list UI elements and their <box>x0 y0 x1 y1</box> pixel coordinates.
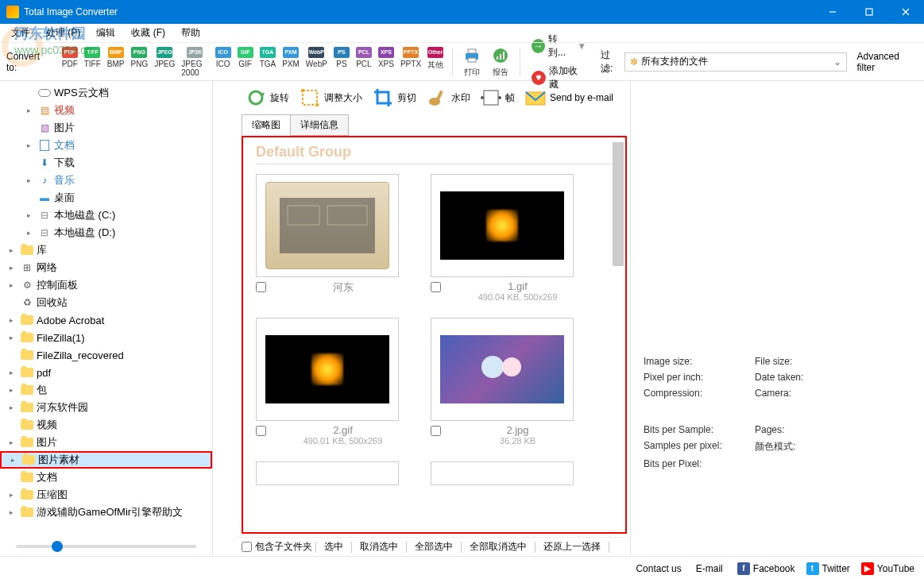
thumbnail-checkbox[interactable] <box>256 426 266 436</box>
filter-select[interactable]: ✲ 所有支持的文件 ⌄ <box>624 52 847 71</box>
filter-label: 过滤: <box>601 48 621 75</box>
sidebar-item-0[interactable]: WPS云文档 <box>0 84 212 102</box>
format-png[interactable]: PNGPNG <box>129 45 151 79</box>
sidebar-item-13[interactable]: ▸Adobe Acrobat <box>0 311 212 329</box>
property-row: Samples per pixel:颜色模式: <box>644 440 911 454</box>
svg-rect-12 <box>500 54 501 60</box>
format-pptx[interactable]: PPTXPPTX <box>398 45 423 79</box>
contact-us-link[interactable]: Contact us <box>636 563 681 574</box>
thumbnail-checkbox[interactable] <box>431 282 441 292</box>
format-gif[interactable]: GIFGIF <box>235 45 256 79</box>
advanced-filter-link[interactable]: Advanced filter <box>856 51 918 73</box>
svg-rect-1 <box>866 9 872 15</box>
sidebar-item-1[interactable]: ▸▤视频 <box>0 102 212 119</box>
svg-point-28 <box>502 357 521 376</box>
sidebar-item-14[interactable]: ▸FileZilla(1) <box>0 329 212 346</box>
property-row: Image size:File size: <box>644 356 911 367</box>
select-action-1[interactable]: 选中 <box>319 538 348 555</box>
menu-process[interactable]: 处理 (P) <box>40 25 87 41</box>
format-pxm[interactable]: PXMPXM <box>280 45 302 79</box>
sidebar-item-17[interactable]: ▸包 <box>0 381 212 399</box>
email-link[interactable]: E-mail <box>696 563 723 574</box>
group-title: Default Group <box>256 144 613 160</box>
menu-edit[interactable]: 编辑 <box>90 25 122 41</box>
format-bmp[interactable]: BMPBMP <box>105 45 127 79</box>
sidebar-item-3[interactable]: ▸文档 <box>0 137 212 154</box>
format-tga[interactable]: TGATGA <box>257 45 279 79</box>
thumbs-scrollbar[interactable] <box>613 142 624 266</box>
format-ps[interactable]: PSPS <box>331 45 352 79</box>
svg-rect-20 <box>484 91 498 105</box>
thumbnail-name: 1.gif <box>446 280 590 292</box>
youtube-link[interactable]: ▶YouTube <box>861 562 914 575</box>
thumbnail-name: 河东 <box>271 280 415 295</box>
facebook-link[interactable]: fFacebook <box>737 562 795 575</box>
format-jpeg[interactable]: JPEGJPEG <box>152 45 177 79</box>
format-tiff[interactable]: TIFFTIFF <box>82 45 103 79</box>
sidebar-item-24[interactable]: ▸游戏辅助GameOfMir引擎帮助文 <box>0 504 212 521</box>
sidebar-item-4[interactable]: ⬇下载 <box>0 154 212 172</box>
sidebar-item-12[interactable]: ♻回收站 <box>0 294 212 311</box>
sidebar-item-15[interactable]: FileZilla_recovered <box>0 346 212 364</box>
menu-favorites[interactable]: 收藏 (F) <box>125 25 172 41</box>
select-action-2[interactable]: 取消选中 <box>355 538 403 555</box>
twitter-link[interactable]: tTwitter <box>806 562 850 575</box>
watermark-button[interactable]: 水印 <box>423 83 474 112</box>
email-button[interactable]: Send by e-mail <box>521 83 617 112</box>
thumbnail-item[interactable]: 1.gif 490.04 KB, 500x269 <box>431 174 590 302</box>
report-button[interactable]: 报告 <box>488 44 513 79</box>
sidebar-item-16[interactable]: ▸pdf <box>0 364 212 381</box>
format-xps[interactable]: XPSXPS <box>376 45 396 79</box>
tab-thumbnails[interactable]: 缩略图 <box>242 114 291 136</box>
app-icon <box>6 6 19 18</box>
print-button[interactable]: 打印 <box>459 44 485 79</box>
sidebar-item-6[interactable]: ▬桌面 <box>0 189 212 207</box>
sidebar-item-8[interactable]: ▸⊟本地磁盘 (D:) <box>0 224 212 241</box>
format-ico[interactable]: ICOICO <box>213 45 234 79</box>
select-action-4[interactable]: 全部取消选中 <box>465 538 532 555</box>
sidebar-item-9[interactable]: ▸库 <box>0 241 212 259</box>
tab-details[interactable]: 详细信息 <box>291 114 349 136</box>
thumbnail-item[interactable]: 河东 <box>256 174 415 302</box>
sidebar-item-20[interactable]: ▸图片 <box>0 434 212 451</box>
select-action-5[interactable]: 还原上一选择 <box>539 538 605 555</box>
format-webp[interactable]: WebPWebP <box>303 45 330 79</box>
sidebar-item-22[interactable]: 文档 <box>0 469 212 486</box>
crop-button[interactable]: 剪切 <box>369 83 419 112</box>
thumbnail-item[interactable]: 2.jpg 36.28 KB <box>431 318 590 446</box>
sidebar-item-5[interactable]: ▸♪音乐 <box>0 172 212 189</box>
sidebar-item-7[interactable]: ▸⊟本地磁盘 (C:) <box>0 207 212 224</box>
menu-help[interactable]: 帮助 <box>175 25 207 41</box>
thumbnail-checkbox[interactable] <box>256 282 266 292</box>
sidebar-item-23[interactable]: ▸压缩图 <box>0 486 212 504</box>
svg-point-14 <box>249 91 262 104</box>
format-pdf[interactable]: PDFPDF <box>60 45 80 79</box>
select-action-3[interactable]: 全部选中 <box>410 538 458 555</box>
include-subfolders[interactable]: 包含子文件夹 <box>242 540 312 554</box>
property-row: Pixel per inch:Date taken: <box>644 372 911 383</box>
rotate-button[interactable]: 旋转 <box>242 83 292 112</box>
sidebar-item-18[interactable]: ▸河东软件园 <box>0 399 212 416</box>
svg-rect-9 <box>468 58 476 62</box>
close-button[interactable] <box>887 0 924 24</box>
maximize-button[interactable] <box>851 0 887 24</box>
format-pcl[interactable]: PCLPCL <box>354 45 374 79</box>
format-其他[interactable]: Other其他 <box>425 45 446 79</box>
svg-rect-11 <box>497 56 498 60</box>
sidebar-item-2[interactable]: ▧图片 <box>0 119 212 137</box>
sidebar-scrollbar[interactable] <box>16 540 196 553</box>
minimize-button[interactable] <box>814 0 851 24</box>
format-jpeg 2000[interactable]: JP2KJPEG 2000 <box>179 45 211 79</box>
resize-button[interactable]: 调整大小 <box>296 83 365 112</box>
svg-rect-17 <box>315 103 319 106</box>
thumbnail-checkbox[interactable] <box>431 426 441 436</box>
menu-file[interactable]: 文件 <box>5 25 37 41</box>
sidebar-item-11[interactable]: ▸⚙控制面板 <box>0 276 212 294</box>
thumbnail-item[interactable]: 2.gif 490.01 KB, 500x269 <box>256 318 415 446</box>
sidebar-item-19[interactable]: 视频 <box>0 416 212 434</box>
sidebar-item-10[interactable]: ▸⊞网络 <box>0 259 212 276</box>
svg-rect-16 <box>301 89 304 92</box>
frame-button[interactable]: 帧 <box>477 83 518 112</box>
sidebar-item-21[interactable]: ▸图片素材 <box>0 451 212 469</box>
property-row: Bits per Pixel: <box>644 458 911 469</box>
